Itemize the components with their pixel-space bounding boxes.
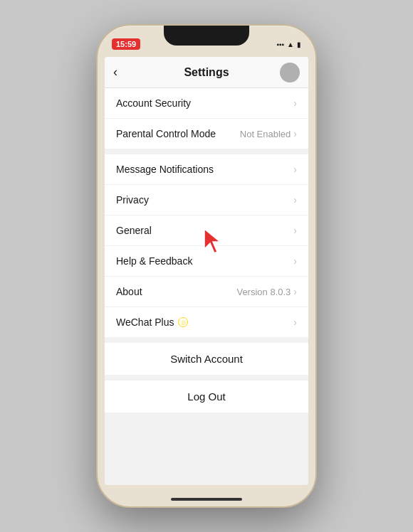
phone-frame: 15:59 ▪▪▪ ▲ ▮ ‹ Settings Account Securit… <box>96 24 317 508</box>
chevron-icon: › <box>293 316 297 328</box>
settings-list: Account Security › Parental Control Mode… <box>105 88 308 485</box>
chevron-icon: › <box>293 164 297 175</box>
parental-control-value: Not Enabled <box>240 129 291 139</box>
chevron-icon: › <box>293 194 297 206</box>
home-indicator <box>171 498 242 501</box>
screen: ‹ Settings Account Security › Parental <box>105 57 308 485</box>
page-title: Settings <box>184 66 229 79</box>
status-time: 15:59 <box>112 38 140 50</box>
chevron-icon: › <box>293 255 297 267</box>
wechat-plus-icon: ◎ <box>178 317 188 327</box>
about-item[interactable]: About Version 8.0.3 › <box>105 277 308 307</box>
bottom-buttons: Switch Account Log Out <box>105 343 308 418</box>
about-version: Version 8.0.3 <box>236 287 291 297</box>
wechat-plus-item[interactable]: WeChat Plus ◎ › <box>105 307 308 337</box>
wechat-plus-label: WeChat Plus <box>116 316 174 328</box>
wifi-icon: ▲ <box>287 41 294 48</box>
general-label: General <box>116 225 152 236</box>
avatar <box>280 63 300 83</box>
switch-account-button[interactable]: Switch Account <box>105 343 308 375</box>
security-section: Account Security › Parental Control Mode… <box>105 88 308 149</box>
help-feedback-item[interactable]: Help & Feedback › <box>105 246 308 277</box>
privacy-label: Privacy <box>116 194 149 206</box>
log-out-button[interactable]: Log Out <box>105 381 308 413</box>
parental-control-item[interactable]: Parental Control Mode Not Enabled › <box>105 119 308 149</box>
back-button[interactable]: ‹ <box>113 65 117 80</box>
account-security-item[interactable]: Account Security › <box>105 88 308 119</box>
privacy-item[interactable]: Privacy › <box>105 185 308 216</box>
parental-control-label: Parental Control Mode <box>116 128 216 139</box>
chevron-icon: › <box>293 225 297 236</box>
signal-icon: ▪▪▪ <box>276 41 284 48</box>
about-label: About <box>116 286 142 297</box>
battery-icon: ▮ <box>297 41 301 48</box>
message-notifications-item[interactable]: Message Notifications › <box>105 154 308 185</box>
general-item[interactable]: General › <box>105 216 308 246</box>
chevron-icon: › <box>293 128 297 139</box>
help-feedback-label: Help & Feedback <box>116 255 192 267</box>
chevron-icon: › <box>293 97 297 109</box>
account-security-label: Account Security <box>116 97 191 109</box>
chevron-icon: › <box>293 286 297 297</box>
main-section: Message Notifications › Privacy › <box>105 154 308 337</box>
phone-notch <box>164 26 249 46</box>
header: ‹ Settings <box>105 57 308 88</box>
message-notifications-label: Message Notifications <box>116 164 214 175</box>
status-icons: ▪▪▪ ▲ ▮ <box>276 41 301 48</box>
